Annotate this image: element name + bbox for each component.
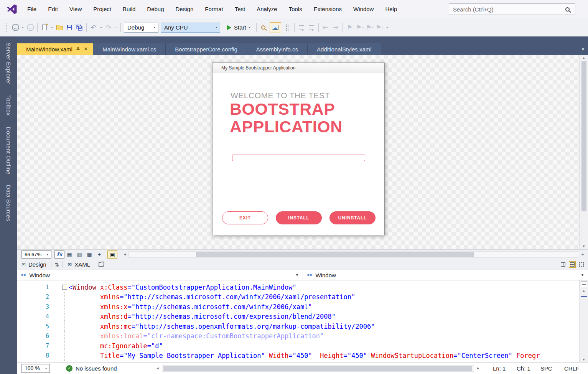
editor-zoom-select[interactable]: 100 % ▾ [21, 364, 50, 373]
code-line[interactable]: 5 xmlns:mc="http://schemas.openxmlformat… [17, 321, 588, 331]
type-selector[interactable]: <> Window ▼ [17, 270, 303, 280]
grid-rails-icon[interactable]: ▥ [74, 250, 84, 259]
scroll-up-icon[interactable]: ▲ [582, 56, 586, 60]
vertical-split-button[interactable] [560, 261, 567, 268]
split-window-grip[interactable] [581, 281, 587, 287]
reset-layout-icon[interactable] [306, 23, 316, 33]
navigate-back-icon[interactable]: ← [10, 23, 20, 33]
sidebar-tab-server-explorer[interactable]: Server Explorer [5, 43, 12, 84]
start-debug-button[interactable]: Start ▾ [223, 22, 253, 33]
clear-bookmarks-icon[interactable]: ⚑× [375, 23, 385, 33]
preview-window[interactable]: My Sample Bootstrapper Application WELCO… [212, 63, 385, 235]
status-line-ending[interactable]: CRLF [564, 365, 582, 372]
design-surface[interactable]: My Sample Bootstrapper Application WELCO… [17, 55, 588, 249]
scroll-right-icon[interactable]: ► [474, 366, 482, 370]
document-tab-mainwindow-xaml[interactable]: MainWindow.xaml× [17, 43, 93, 55]
show-artboard-background-button[interactable] [270, 22, 281, 33]
scroll-down-icon[interactable]: ▼ [583, 358, 585, 361]
sidebar-tab-toolbox[interactable]: Toolbox [5, 95, 12, 116]
menu-item-format[interactable]: Format [199, 0, 229, 18]
pin-icon[interactable] [76, 46, 80, 52]
document-tab-bootstrappercore-config[interactable]: BootstrapperCore.config [166, 43, 247, 55]
collapse-pane-button[interactable] [578, 261, 585, 268]
scroll-up-icon[interactable]: ▲ [583, 289, 585, 293]
member-selector[interactable]: <> Window ▼ [303, 270, 588, 280]
menu-item-design[interactable]: Design [170, 0, 199, 18]
code-line[interactable]: 4 xmlns:d="http://schemas.microsoft.com/… [17, 312, 588, 322]
design-vertical-scrollbar[interactable]: ▲ ▼ [579, 55, 588, 249]
preview-button-exit[interactable]: EXIT [222, 211, 268, 224]
chevron-down-icon[interactable]: ▾ [249, 26, 250, 29]
chevron-down-icon[interactable]: ▾ [49, 26, 54, 29]
search-input[interactable] [449, 6, 565, 13]
menu-item-tools[interactable]: Tools [283, 0, 308, 18]
close-icon[interactable]: × [83, 46, 88, 52]
scroll-down-icon[interactable]: ▼ [582, 244, 586, 248]
chevron-down-icon[interactable]: ▾ [114, 26, 119, 29]
menu-item-analyze[interactable]: Analyze [251, 0, 283, 18]
code-line[interactable]: 7 mc:Ignorable="d" [17, 341, 588, 351]
save-icon[interactable] [64, 23, 74, 33]
designer-horizontal-scrollbar[interactable] [128, 251, 579, 258]
snap-to-snaplines-button[interactable]: ▣ [107, 250, 117, 259]
find-in-files-icon[interactable] [259, 23, 268, 33]
scroll-left-icon[interactable]: ◄ [121, 252, 128, 256]
code-line[interactable]: 3 xmlns:x="http://schemas.microsoft.com/… [17, 302, 588, 312]
chevron-down-icon[interactable]: ▾ [20, 26, 25, 29]
document-tab-additionalstyles-xaml[interactable]: AdditionalStyles.xaml [308, 43, 381, 55]
solution-platform-select[interactable]: Any CPU ▾ [161, 23, 220, 33]
scrollbar-thumb[interactable] [196, 252, 474, 257]
scrollbar-thumb[interactable] [581, 61, 586, 211]
xaml-code-editor[interactable]: 1−<Window x:Class="CustomBootstrapperApp… [17, 280, 588, 362]
scroll-right-icon[interactable]: ► [579, 252, 586, 256]
create-layout-icon[interactable] [296, 23, 306, 33]
menu-item-window[interactable]: Window [348, 0, 379, 18]
horizontal-split-button[interactable] [569, 261, 576, 268]
solution-configuration-select[interactable]: Debug ▾ [124, 23, 158, 33]
code-line[interactable]: 6 xmlns:local="clr-namespace:CustomBoots… [17, 331, 588, 341]
menu-item-extensions[interactable]: Extensions [308, 0, 348, 18]
designer-zoom-select[interactable]: 66.67% ▾ [21, 250, 51, 259]
navigate-forward-icon[interactable]: → [25, 23, 35, 33]
sidebar-tab-data-sources[interactable]: Data Sources [5, 185, 12, 221]
code-line[interactable]: 2 xmlns="http://schemas.microsoft.com/wi… [17, 292, 588, 302]
new-file-icon[interactable] [40, 23, 49, 33]
menu-item-project[interactable]: Project [87, 0, 117, 18]
next-bookmark-icon[interactable]: ⚑▸ [365, 23, 375, 33]
status-column[interactable]: Ch: 1 [517, 365, 540, 372]
chevron-down-icon[interactable]: ▼ [581, 273, 584, 277]
search-icon[interactable] [565, 7, 570, 12]
menu-item-debug[interactable]: Debug [141, 0, 170, 18]
editor-horizontal-scrollbar[interactable] [162, 365, 474, 372]
show-grid-icon[interactable]: ▦ [64, 250, 74, 259]
indent-decrease-icon[interactable]: ⇤ [321, 23, 331, 33]
toolbar-overflow-icon[interactable]: ▾ [385, 26, 390, 29]
toggle-bookmark-icon[interactable]: ⚑ [345, 23, 355, 33]
document-tab-mainwindow-xaml-cs[interactable]: MainWindow.xaml.cs [93, 43, 166, 55]
scroll-left-icon[interactable]: ◄ [154, 366, 162, 370]
undo-icon[interactable]: ↶ [89, 23, 99, 33]
preview-button-install[interactable]: INSTALL [276, 211, 322, 224]
status-encoding[interactable]: SPC [540, 365, 564, 372]
editor-vertical-scrollbar[interactable]: ▲ ▼ [579, 280, 588, 362]
preview-button-uninstall[interactable]: UNINSTALL [329, 211, 376, 224]
document-tab-assemblyinfo-cs[interactable]: AssemblyInfo.cs [247, 43, 308, 55]
menu-item-help[interactable]: Help [379, 0, 403, 18]
menu-item-view[interactable]: View [64, 0, 87, 18]
popout-pane-icon[interactable] [99, 262, 104, 267]
chevron-down-icon[interactable]: ▼ [295, 273, 299, 277]
no-issues-icon[interactable]: ✓ [66, 365, 72, 372]
snaplines-icon[interactable]: + [94, 250, 104, 259]
xaml-view-tab[interactable]: ⊠ XAML [63, 259, 95, 270]
search-box[interactable] [449, 3, 575, 15]
effects-toggle-button[interactable]: fx [54, 250, 64, 259]
column-guides-icon[interactable] [282, 23, 292, 33]
menu-item-edit[interactable]: Edit [42, 0, 64, 18]
redo-icon[interactable]: ↷ [104, 23, 114, 33]
code-line[interactable]: 8 Title="My Sample Bootstrapper Applicat… [17, 351, 588, 361]
menu-item-file[interactable]: File [21, 0, 42, 18]
design-view-tab[interactable]: ⊡ Design [17, 259, 51, 270]
swap-panes-icon[interactable]: ⇅ [51, 262, 63, 268]
tab-list-chevron-icon[interactable]: ▼ [581, 47, 585, 51]
indent-increase-icon[interactable]: ⇥ [331, 23, 341, 33]
